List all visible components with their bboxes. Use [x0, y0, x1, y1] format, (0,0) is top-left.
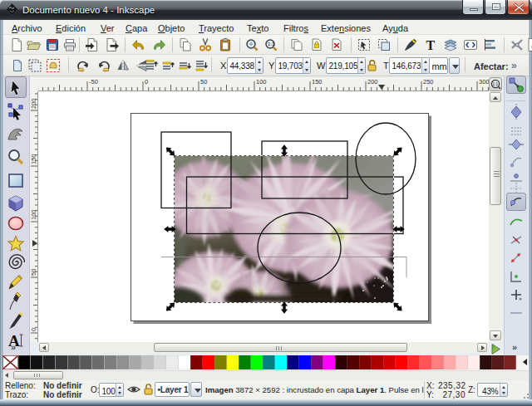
- svg-text:50: 50: [200, 78, 207, 86]
- svg-text:0: 0: [145, 78, 148, 86]
- svg-text:150: 150: [312, 78, 323, 86]
- svg-text:100: 100: [256, 78, 267, 86]
- svg-text:1:1: 1:1: [268, 42, 275, 46]
- svg-text:100: 100: [30, 209, 37, 220]
- svg-text:1:1: 1:1: [493, 82, 499, 86]
- svg-text:T: T: [426, 38, 436, 52]
- svg-text:50: 50: [30, 269, 37, 276]
- svg-text:200: 200: [367, 78, 378, 86]
- svg-text:250: 250: [423, 78, 434, 86]
- svg-text:300: 300: [479, 78, 489, 86]
- svg-text:-50: -50: [89, 78, 98, 86]
- svg-text:0: 0: [30, 328, 37, 331]
- svg-text:200: 200: [30, 98, 37, 109]
- svg-text:150: 150: [30, 154, 37, 164]
